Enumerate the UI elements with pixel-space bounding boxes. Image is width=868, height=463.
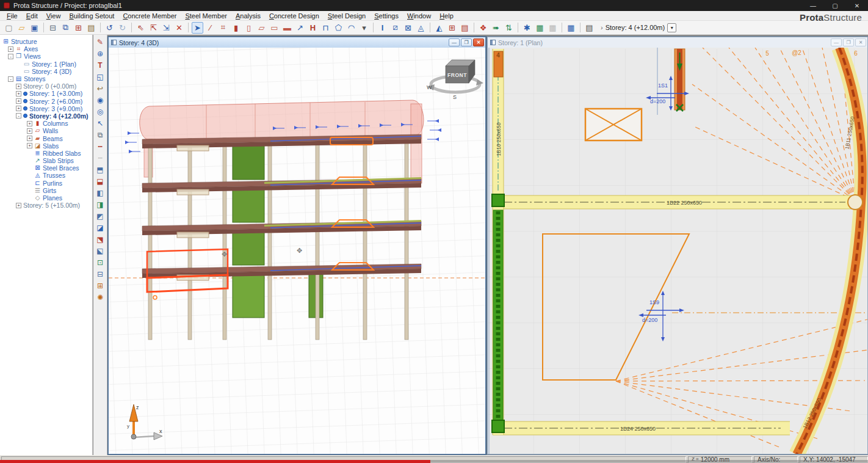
tree-item-storey-3[interactable]: Storey: 3 (+9.00m)	[0, 105, 92, 112]
tree-item-beams[interactable]: Beams	[0, 134, 92, 142]
plan-canvas[interactable]: 1B22 250x650 1B24 250x650	[488, 48, 867, 454]
tree-item-girts[interactable]: Girts	[0, 187, 92, 194]
vt-show-walls-icon[interactable]: ⬓	[95, 176, 106, 187]
display-members-icon[interactable]: ❖	[477, 22, 489, 34]
menu-item[interactable]: File	[2, 12, 22, 20]
storey-list-icon[interactable]: ▤	[584, 22, 595, 34]
win3d-close-button[interactable]: ✕	[473, 38, 484, 46]
save-icon[interactable]: ▣	[29, 22, 40, 34]
tree-item-slab-strips[interactable]: Slab Strips	[0, 157, 92, 164]
tree-item-view-storey-1-plan[interactable]: Storey: 1 (Plan)	[0, 60, 92, 68]
menu-item[interactable]: Concrete Member	[118, 12, 181, 20]
tree-expander[interactable]	[16, 203, 21, 208]
tree-expander[interactable]	[27, 128, 32, 134]
compass-south-label[interactable]: S	[453, 94, 457, 100]
vt-dimension-icon[interactable]: ✎	[95, 37, 106, 48]
tree-expander[interactable]	[8, 54, 13, 59]
menu-item[interactable]: Steel Member	[181, 12, 231, 20]
tree-expander[interactable]	[27, 143, 32, 148]
winplan-minimize-button[interactable]: —	[831, 38, 842, 46]
compass-west-label[interactable]: W	[427, 84, 432, 90]
spreadsheet-icon[interactable]: ⊞	[73, 22, 84, 34]
menu-item[interactable]: Steel Design	[324, 12, 370, 20]
vt-text-icon[interactable]: T	[95, 60, 106, 71]
storey-selector[interactable]: Storey: 4 (+12.00m)	[606, 24, 665, 31]
beam-1b24[interactable]: 1B24 250x650	[493, 421, 790, 435]
steel-column-icon[interactable]: I	[377, 22, 388, 34]
vt-show-loads-icon[interactable]: ◪	[95, 222, 106, 233]
vt-show-slabs-icon[interactable]: ◨	[95, 199, 106, 210]
menu-item[interactable]: View	[42, 12, 65, 20]
tree-expander[interactable]	[8, 76, 13, 82]
vt-show-rebar-icon[interactable]: ⊞	[95, 280, 106, 291]
print-icon[interactable]: ⊟	[47, 22, 59, 34]
cube-front-label[interactable]: FRONT	[447, 72, 467, 78]
tables-icon[interactable]: ▦	[565, 22, 577, 34]
tree-item-storey-1[interactable]: Storey: 1 (+3.00m)	[0, 90, 92, 97]
x-brace-icon[interactable]: ⊠	[402, 22, 414, 34]
select-axis-icon[interactable]: ⇖	[135, 22, 146, 34]
terrain-icon[interactable]: ◭	[433, 22, 445, 34]
win3d-restore-button[interactable]: ❐	[461, 38, 472, 46]
vt-show-axes-icon[interactable]: ◩	[95, 211, 106, 222]
win3d-minimize-button[interactable]: —	[449, 38, 460, 46]
menu-item[interactable]: Settings	[370, 12, 403, 20]
minimize-button[interactable]: —	[802, 0, 824, 11]
sheet-icon[interactable]: ▦	[534, 22, 546, 34]
storey-dropdown-icon[interactable]: ▾	[667, 23, 676, 32]
vt-zoom-window-icon[interactable]: ◱	[95, 71, 106, 82]
tree-item-structure[interactable]: Structure	[0, 38, 92, 45]
tree-expander[interactable]	[8, 46, 13, 52]
open-file-icon[interactable]: ▱	[16, 22, 27, 34]
menu-item[interactable]: Window	[403, 12, 435, 20]
section-icon[interactable]: ▤	[459, 22, 471, 34]
tree-item-storey-0[interactable]: Storey: 0 (+0.00m)	[0, 82, 92, 90]
pointer-tool-icon[interactable]: ➤	[192, 22, 203, 34]
column-circular[interactable]	[848, 195, 863, 210]
stair-icon[interactable]: ⊞	[446, 22, 458, 34]
tree-item-storey-5[interactable]: Storey: 5 (+15.00m)	[0, 202, 92, 209]
tree-item-axes[interactable]: Axes	[0, 45, 92, 53]
tree-expander[interactable]	[16, 91, 21, 97]
polyline-tool-icon[interactable]: ⬠	[333, 22, 344, 34]
vt-show-columns-icon[interactable]: ⬒	[95, 164, 106, 175]
arc-tool-icon[interactable]: ◠	[345, 22, 357, 34]
tree-item-storey-2[interactable]: Storey: 2 (+6.00m)	[0, 98, 92, 105]
tree-item-purlins[interactable]: Purlins	[0, 180, 92, 187]
column-tool-icon[interactable]: ▮	[230, 22, 242, 34]
close-button[interactable]: ✕	[846, 0, 868, 11]
maximize-button[interactable]: ▢	[824, 0, 846, 11]
delete-icon[interactable]: ✕	[173, 22, 185, 34]
tree-item-views[interactable]: Views	[0, 53, 92, 60]
axis-grid-icon[interactable]: ⌗	[217, 22, 229, 34]
tree-expander[interactable]	[16, 106, 21, 111]
display-loads-icon[interactable]: ➠	[490, 22, 502, 34]
3d-canvas[interactable]: ✥ ✥ FRONT W S	[109, 48, 485, 454]
tree-item-storeys[interactable]: Storeys	[0, 75, 92, 82]
draw-more-dropdown[interactable]: ▾	[358, 22, 370, 34]
frame-tool-icon[interactable]: ⊓	[320, 22, 331, 34]
vt-line-style-icon[interactable]: ┄	[95, 153, 106, 164]
steel-brace-icon[interactable]: ⧄	[389, 22, 401, 34]
beam-h-icon[interactable]: H	[307, 22, 319, 34]
undo-icon[interactable]: ↺	[104, 22, 115, 34]
tree-expander[interactable]	[27, 121, 32, 126]
menu-item[interactable]: Edit	[22, 12, 42, 20]
draw-member-icon[interactable]: ↗	[294, 22, 306, 34]
vt-zoom-previous-icon[interactable]: ↩	[95, 83, 106, 94]
tree-expander[interactable]	[16, 98, 21, 104]
tree-item-trusses[interactable]: Trusses	[0, 172, 92, 179]
wall-panel-icon[interactable]: ▱	[256, 22, 267, 34]
menu-item[interactable]: Building Setout	[65, 12, 118, 20]
tree-item-columns[interactable]: Columns	[0, 120, 92, 127]
menu-item[interactable]: Concrete Design	[265, 12, 324, 20]
winplan-close-button[interactable]: ✕	[855, 38, 866, 46]
export-cad-icon[interactable]: ▤	[85, 22, 97, 34]
draw-axis-icon[interactable]: ∕	[204, 22, 216, 34]
export-report-icon[interactable]: ⧉	[60, 22, 71, 34]
storey-group-chevron[interactable]: ›	[601, 24, 603, 31]
vt-show-supports-icon[interactable]: ⬔	[95, 234, 106, 245]
vt-copy-view-icon[interactable]: ⧉	[95, 129, 106, 140]
new-file-icon[interactable]: ▢	[3, 22, 15, 34]
tree-expander[interactable]	[16, 113, 21, 118]
